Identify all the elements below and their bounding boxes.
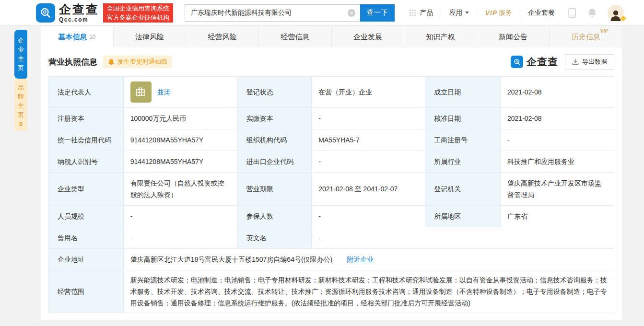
reg-authority-value: 肇庆高新技术产业开发区市场监督管理局 bbox=[500, 173, 614, 206]
left-side-tabs: 企业主页 品牌主页 0 bbox=[14, 30, 27, 131]
business-term-value: 2021-02-08 至 2041-02-07 bbox=[312, 173, 425, 206]
import-export-code-value: - bbox=[312, 151, 425, 173]
reg-status-value: 在营（开业）企业 bbox=[312, 77, 425, 108]
industry-label: 所属行业 bbox=[425, 151, 501, 173]
page-body: 企业主页 品牌主页 0 基本信息 10 法律风险 经营风险 经营信息 企业发展 … bbox=[0, 26, 644, 326]
former-name-label: 曾用名 bbox=[49, 227, 124, 249]
sidebar-tab-brand-home[interactable]: 品牌主页 0 bbox=[14, 79, 27, 131]
sidebar-tab-company-home[interactable]: 企业主页 bbox=[14, 30, 27, 79]
credit-code-label: 统一社会信用代码 bbox=[49, 129, 124, 151]
address-value: 肇庆高新区北江大道18号富民大厦十五楼1507房自编64号(仅限办公) 附近企业 bbox=[123, 249, 614, 270]
business-term-label: 营业期限 bbox=[237, 173, 311, 206]
english-name-value: - bbox=[312, 227, 614, 249]
legal-rep-value: 曲 曲涛 bbox=[123, 77, 237, 108]
reg-no-label: 工商注册号 bbox=[425, 129, 501, 151]
clear-search-icon[interactable]: ✕ bbox=[348, 9, 355, 17]
reg-capital-value: 100000万元人民币 bbox=[123, 108, 237, 129]
legal-rep-label: 法定代表人 bbox=[49, 77, 124, 108]
tab-operation-risk[interactable]: 经营风险 bbox=[186, 26, 259, 47]
export-data-button[interactable]: 导出数据 bbox=[565, 54, 614, 70]
table-row: 注册资本 100000万元人民币 实缴资本 - 核准日期 2021-02-08 bbox=[49, 108, 614, 129]
tab-basic-info-count: 10 bbox=[89, 34, 95, 40]
reg-capital-label: 注册资本 bbox=[49, 108, 124, 129]
table-row: 统一社会信用代码 91441208MA55YHA57Y 组织机构代码 MA55Y… bbox=[49, 129, 614, 151]
section-header: 营业执照信息 发生变更时通知我 企查查 bbox=[41, 47, 622, 76]
table-row: 企业类型 有限责任公司（自然人投资或控股的法人独资） 营业期限 2021-02-… bbox=[49, 173, 614, 206]
tab-legal-risk[interactable]: 法律风险 bbox=[114, 26, 187, 47]
business-scope-value: 新兴能源技术研发；电池制造；电池销售；电子专用材料研发；新材料技术研发；工程和技… bbox=[123, 270, 614, 313]
org-code-label: 组织机构代码 bbox=[237, 129, 311, 151]
address-label: 企业地址 bbox=[49, 249, 124, 270]
mobile-app-button[interactable] bbox=[562, 8, 582, 18]
insured-value: - bbox=[312, 206, 425, 227]
reg-no-value: - bbox=[500, 129, 614, 151]
est-date-label: 成立日期 bbox=[425, 77, 501, 108]
qcc-logo[interactable]: 企查查 Qcc.com bbox=[36, 3, 99, 23]
brand-home-count: 0 bbox=[18, 120, 24, 129]
region-value: 广东省 bbox=[500, 206, 614, 227]
nearby-companies-link[interactable]: 附近企业 bbox=[347, 256, 374, 263]
table-row: 纳税人识别号 91441208MA55YHA57Y 进出口企业代码 - 所属行业… bbox=[49, 151, 614, 173]
tab-history-info[interactable]: VIP 历史信息 bbox=[550, 26, 622, 47]
download-icon bbox=[572, 58, 579, 65]
nav-vip-service[interactable]: VIP 服务 bbox=[477, 9, 520, 17]
business-scope-label: 经营范围 bbox=[49, 270, 124, 313]
header-nav: 产品 应用 VIP 服务 企业套餐 bbox=[401, 5, 624, 21]
org-code-value: MA55YHA5-7 bbox=[312, 129, 425, 151]
industry-value: 科技推广和应用服务业 bbox=[500, 151, 614, 173]
table-row: 曾用名 - 英文名 - bbox=[49, 227, 614, 249]
qcc-watermark: 企查查 bbox=[511, 55, 558, 69]
approval-date-value: 2021-02-08 bbox=[500, 108, 614, 129]
search-bar: ✕ 查一下 bbox=[185, 4, 395, 22]
vip-tag: VIP bbox=[600, 28, 609, 34]
tab-intellectual-property[interactable]: 知识产权 bbox=[404, 26, 477, 47]
bell-icon bbox=[587, 8, 597, 18]
nav-product[interactable]: 产品 bbox=[401, 9, 441, 17]
brand-name: 企查查 bbox=[59, 3, 99, 15]
staff-size-value: - bbox=[123, 206, 237, 227]
company-type-label: 企业类型 bbox=[49, 173, 124, 206]
table-row: 企业地址 肇庆高新区北江大道18号富民大厦十五楼1507房自编64号(仅限办公)… bbox=[49, 249, 614, 270]
legal-rep-link[interactable]: 曲涛 bbox=[157, 86, 171, 98]
nav-enterprise-package[interactable]: 企业套餐 bbox=[520, 9, 562, 17]
user-avatar[interactable] bbox=[608, 5, 624, 21]
tab-basic-info[interactable]: 基本信息 10 bbox=[41, 26, 114, 47]
license-table: 法定代表人 曲 曲涛 登记状态 在营（开业）企业 成立日期 2021-02-08… bbox=[48, 76, 614, 313]
approval-date-label: 核准日期 bbox=[425, 108, 501, 129]
top-header: 企查查 Qcc.com 全国企业信用查询系统 官方备案企业征信机构 ✕ 查一下 … bbox=[0, 0, 644, 26]
paid-capital-value: - bbox=[312, 108, 425, 129]
search-button[interactable]: 查一下 bbox=[360, 4, 395, 22]
taxpayer-id-label: 纳税人识别号 bbox=[49, 151, 124, 173]
nav-app[interactable]: 应用 bbox=[441, 9, 477, 17]
legal-rep-avatar[interactable]: 曲 bbox=[130, 82, 152, 103]
reg-authority-label: 登记机关 bbox=[425, 173, 501, 206]
tab-news[interactable]: 新闻公告 bbox=[477, 26, 550, 47]
former-name-value: - bbox=[123, 227, 237, 249]
tab-operation-info[interactable]: 经营信息 bbox=[259, 26, 332, 47]
license-table-wrap: 法定代表人 曲 曲涛 登记状态 在营（开业）企业 成立日期 2021-02-08… bbox=[41, 76, 622, 313]
search-input[interactable] bbox=[185, 4, 360, 22]
english-name-label: 英文名 bbox=[237, 227, 311, 249]
staff-size-label: 人员规模 bbox=[49, 206, 124, 227]
credit-system-badge: 全国企业信用查询系统 官方备案企业征信机构 bbox=[103, 3, 173, 23]
phone-icon bbox=[568, 8, 576, 18]
reg-status-label: 登记状态 bbox=[237, 77, 311, 108]
brand-domain: Qcc.com bbox=[59, 17, 99, 23]
category-tabbar: 基本信息 10 法律风险 经营风险 经营信息 企业发展 知识产权 新闻公告 VI… bbox=[41, 26, 622, 47]
import-export-code-label: 进出口企业代码 bbox=[237, 151, 311, 173]
tab-company-development[interactable]: 企业发展 bbox=[332, 26, 405, 47]
notifications-button[interactable] bbox=[582, 8, 603, 18]
change-notify-button[interactable]: 发生变更时通知我 bbox=[103, 56, 172, 68]
grid-icon bbox=[409, 9, 416, 16]
table-row: 法定代表人 曲 曲涛 登记状态 在营（开业）企业 成立日期 2021-02-08 bbox=[49, 77, 614, 108]
table-row: 人员规模 - 参保人数 - 所属地区 广东省 bbox=[49, 206, 614, 227]
qcc-watermark-icon bbox=[511, 56, 523, 68]
company-type-value: 有限责任公司（自然人投资或控股的法人独资） bbox=[123, 173, 237, 206]
paid-capital-label: 实缴资本 bbox=[237, 108, 311, 129]
magnifier-icon bbox=[39, 7, 52, 19]
credit-code-value: 91441208MA55YHA57Y bbox=[123, 129, 237, 151]
table-row: 经营范围 新兴能源技术研发；电池制造；电池销售；电子专用材料研发；新材料技术研发… bbox=[49, 270, 614, 313]
section-title: 营业执照信息 bbox=[48, 57, 97, 68]
taxpayer-id-value: 91441208MA55YHA57Y bbox=[123, 151, 237, 173]
bell-icon bbox=[108, 58, 115, 66]
